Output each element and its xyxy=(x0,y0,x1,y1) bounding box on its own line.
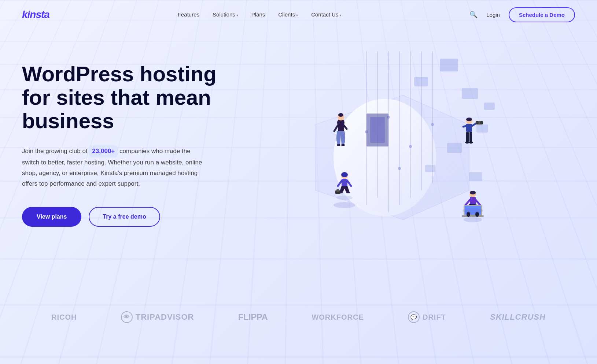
dropdown-arrow-icon: ▾ xyxy=(236,13,238,17)
nav-item-solutions: Solutions▾ xyxy=(213,11,238,18)
try-free-demo-button[interactable]: Try a free demo xyxy=(89,207,160,227)
nav-item-clients: Clients▾ xyxy=(278,11,298,18)
hero-description: Join the growing club of 23,000+ compani… xyxy=(22,145,205,189)
view-plans-button[interactable]: View plans xyxy=(22,207,81,227)
svg-line-55 xyxy=(476,200,480,205)
nav-link-clients[interactable]: Clients▾ xyxy=(278,11,298,18)
tripadvisor-icon: 👁 xyxy=(121,311,133,323)
hero-cta-buttons: View plans Try a free demo xyxy=(22,207,235,227)
dropdown-arrow-icon: ▾ xyxy=(339,13,341,17)
svg-point-45 xyxy=(469,141,473,144)
svg-point-52 xyxy=(470,191,476,194)
hero-title: WordPress hosting for sites that mean bu… xyxy=(22,62,235,132)
clients-bar: RICOH 👁 Tripadvisor Flippa Workforce 💬 D… xyxy=(0,297,597,338)
hero-content: WordPress hosting for sites that mean bu… xyxy=(22,51,235,227)
svg-point-61 xyxy=(333,202,355,208)
svg-point-50 xyxy=(480,121,483,124)
nav-link-solutions[interactable]: Solutions▾ xyxy=(213,11,238,18)
svg-rect-53 xyxy=(470,197,476,204)
hero-section: WordPress hosting for sites that mean bu… xyxy=(0,29,597,289)
svg-rect-18 xyxy=(447,143,462,153)
nav-link-plans[interactable]: Plans xyxy=(251,11,265,18)
illustration-svg xyxy=(257,51,513,289)
svg-rect-58 xyxy=(462,215,484,217)
svg-rect-17 xyxy=(476,125,488,133)
client-ricoh: RICOH xyxy=(51,313,77,322)
nav-menu: Features Solutions▾ Plans Clients▾ Conta… xyxy=(178,11,342,18)
svg-rect-15 xyxy=(414,77,428,86)
nav-link-features[interactable]: Features xyxy=(178,11,199,18)
svg-point-13 xyxy=(398,167,401,170)
svg-point-28 xyxy=(337,144,340,146)
svg-rect-19 xyxy=(425,165,435,172)
dropdown-arrow-icon: ▾ xyxy=(296,13,298,17)
svg-rect-16 xyxy=(462,88,478,99)
schedule-demo-button[interactable]: Schedule a Demo xyxy=(509,7,575,22)
search-button[interactable]: 🔍 xyxy=(469,11,478,19)
hero-illustration xyxy=(257,51,575,289)
svg-line-54 xyxy=(465,200,470,205)
drift-icon: 💬 xyxy=(408,311,420,323)
svg-rect-20 xyxy=(469,172,482,181)
search-icon: 🔍 xyxy=(469,11,478,18)
client-tripadvisor: 👁 Tripadvisor xyxy=(121,311,194,323)
svg-rect-42 xyxy=(466,132,469,142)
client-drift: 💬 Drift xyxy=(408,311,446,323)
login-link[interactable]: Login xyxy=(486,12,500,18)
svg-point-40 xyxy=(466,118,472,121)
customer-count-badge: 23,000+ xyxy=(89,145,118,157)
navbar: kinsta Features Solutions▾ Plans Clients… xyxy=(0,0,597,29)
client-skillcrush: skillcrush xyxy=(490,312,546,322)
svg-rect-34 xyxy=(342,179,347,186)
svg-point-12 xyxy=(431,123,434,126)
svg-rect-43 xyxy=(469,132,472,142)
svg-point-33 xyxy=(341,172,348,177)
client-workforce: Workforce xyxy=(312,313,364,322)
nav-item-plans: Plans xyxy=(251,11,265,18)
svg-line-47 xyxy=(463,126,466,127)
svg-point-11 xyxy=(409,145,412,148)
svg-point-26 xyxy=(338,113,343,117)
svg-rect-14 xyxy=(440,59,458,71)
nav-item-contact: Contact Us▾ xyxy=(311,11,341,18)
nav-actions: 🔍 Login Schedule a Demo xyxy=(469,7,575,22)
svg-rect-21 xyxy=(484,103,495,110)
nav-item-features: Features xyxy=(178,11,199,18)
svg-point-64 xyxy=(464,217,482,222)
svg-point-49 xyxy=(476,121,479,124)
client-flippa: Flippa xyxy=(238,312,268,322)
svg-point-29 xyxy=(341,144,345,146)
svg-point-62 xyxy=(336,196,353,200)
nav-link-contact[interactable]: Contact Us▾ xyxy=(311,11,341,18)
svg-point-38 xyxy=(336,189,339,192)
svg-point-63 xyxy=(463,208,483,213)
svg-rect-23 xyxy=(370,117,385,143)
logo[interactable]: kinsta xyxy=(22,9,49,21)
svg-rect-41 xyxy=(466,124,472,132)
